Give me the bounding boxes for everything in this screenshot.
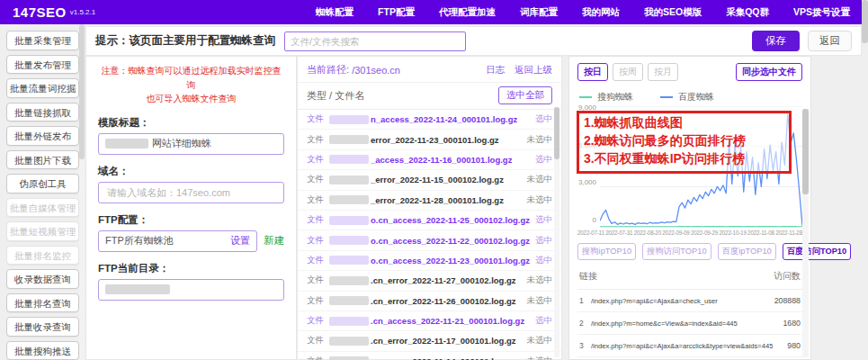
file-row[interactable]: 文件 .cn_error_2022-11-27_000102.log.gz 未选… — [298, 271, 561, 291]
links-table-header: 链接 访问数 — [577, 263, 802, 290]
file-select-toggle[interactable]: 选中 — [530, 154, 552, 166]
file-select-toggle[interactable]: 选中 — [530, 235, 552, 247]
file-select-toggle[interactable]: 未选中 — [522, 134, 553, 146]
file-row[interactable]: 文件 .cn_error_2022-11-26_000102.log.gz 未选… — [298, 292, 561, 311]
sidebar-scrollbar[interactable] — [79, 24, 85, 360]
sidebar-item[interactable]: 批量流量词挖掘 — [6, 78, 79, 98]
top-nav-item[interactable]: 我的网站 — [582, 6, 620, 19]
file-select-toggle[interactable]: 选中 — [530, 255, 552, 266]
page-scrollbar-thumb[interactable] — [862, 0, 868, 43]
top10-tab[interactable]: 搜狗ipTOP10 — [577, 243, 636, 260]
file-list-scrollbar[interactable] — [554, 107, 559, 357]
top-nav-item[interactable]: 词库配置 — [520, 6, 558, 19]
legend-dash-icon — [579, 96, 592, 98]
links-table-row[interactable]: 3 /index.php?m=api&c=Ajax&a=arcclick&typ… — [577, 335, 802, 357]
file-list-scrollbar-thumb[interactable] — [554, 107, 559, 159]
sidebar-item[interactable]: 批量采集管理 — [6, 31, 79, 50]
links-table-row[interactable]: 2 /index.php?m=home&c=View&a=index&aid=4… — [577, 312, 802, 335]
file-row[interactable]: 文件 .cn_error_2022-11-14_000101.log.gz 未选… — [298, 352, 561, 360]
top-nav-item[interactable]: 我的SEO模版 — [644, 6, 702, 19]
y-tick-label: 0 — [577, 216, 596, 224]
legend-item[interactable]: 搜狗蜘蛛 — [579, 91, 633, 104]
back-button[interactable]: 返回 — [808, 31, 852, 51]
redacted-domain — [329, 236, 369, 245]
file-row[interactable]: 文件 _error_2022-11-15_000102.log.gz 未选中 — [298, 170, 561, 190]
domain-field[interactable] — [98, 182, 284, 203]
x-tick-label: 2022-11-28 — [775, 230, 802, 236]
sidebar-item[interactable]: 批量排名查询 — [6, 293, 79, 313]
file-select-toggle[interactable]: 选中 — [530, 315, 552, 327]
link-rank: 1 — [579, 296, 591, 305]
file-name: _access_2022-11-16_000101.log.gz — [371, 155, 512, 165]
sidebar-item[interactable]: 批量外链发布 — [6, 126, 79, 146]
top-nav-item[interactable]: 蜘蛛配置 — [316, 6, 353, 19]
ftp-config-field[interactable]: FTP所有蜘蛛池 设置 — [98, 230, 257, 252]
sidebar-item[interactable]: 批量自媒体管理 — [6, 198, 79, 218]
legend-item[interactable]: 百度蜘蛛 — [660, 91, 714, 104]
file-row[interactable]: 文件 _access_2022-11-16_000101.log.gz 选中 — [298, 150, 561, 170]
file-type-label: 文件 — [307, 356, 324, 360]
top10-tab[interactable]: 百度访问TOP10 — [783, 243, 851, 260]
analytics-scrollbar-thumb[interactable] — [802, 109, 809, 194]
link-visit-count: 208888 — [769, 296, 801, 305]
analytics-scrollbar[interactable] — [802, 109, 809, 357]
redacted-domain — [329, 135, 369, 144]
file-row[interactable]: 文件 .cn_access_2022-11-21_000101.log.gz 选… — [298, 311, 561, 331]
file-row[interactable]: 文件 o.cn_access_2022-11-22_000102.log.gz … — [298, 230, 561, 250]
ftp-dir-field[interactable] — [98, 279, 284, 301]
file-select-toggle[interactable]: 未选中 — [522, 295, 553, 307]
top-nav: 蜘蛛配置FTP配置代理配置加速词库配置我的网站我的SEO模版采集QQ群VPS拨号… — [316, 6, 850, 19]
sidebar-item[interactable]: 批量链接抓取 — [6, 103, 79, 122]
redacted-domain — [329, 155, 369, 164]
log-link[interactable]: 日志 — [486, 64, 505, 76]
sidebar-item[interactable]: 批量短视频管理 — [6, 221, 79, 241]
sidebar-item[interactable]: 批量排名监控 — [6, 246, 79, 266]
top-nav-item[interactable]: VPS拨号设置 — [793, 6, 850, 19]
up-level-link[interactable]: 返回上级 — [515, 64, 552, 76]
save-button[interactable]: 保存 — [752, 31, 800, 51]
domain-input[interactable] — [105, 186, 277, 199]
period-tab[interactable]: 按周 — [613, 63, 643, 81]
period-tab[interactable]: 按月 — [648, 63, 678, 81]
top-nav-item[interactable]: 代理配置加速 — [439, 6, 496, 19]
sidebar-scrollbar-thumb[interactable] — [79, 24, 85, 159]
file-row[interactable]: 文件 .cn_error_2022-11-17_000101.log.gz 未选… — [298, 331, 561, 351]
domain-label: 域名： — [98, 165, 284, 178]
sidebar-item[interactable]: 批量收录查询 — [6, 317, 79, 337]
file-select-toggle[interactable]: 未选中 — [522, 194, 553, 206]
link-url: /index.php?m=api&c=Ajax&a=check_user — [591, 297, 718, 305]
file-select-toggle[interactable]: 未选中 — [522, 335, 553, 346]
file-row[interactable]: 文件 o.cn_access_2022-11-23_000101.log.gz … — [298, 251, 561, 271]
sidebar-item[interactable]: 收录数据查询 — [6, 269, 79, 289]
links-table-row[interactable]: 1 /index.php?m=api&c=Ajax&a=check_user 2… — [577, 290, 802, 312]
top-nav-item[interactable]: FTP配置 — [378, 6, 415, 19]
ftp-new-link[interactable]: 新建 — [264, 234, 284, 248]
file-select-toggle[interactable]: 未选中 — [522, 174, 553, 185]
sidebar-item[interactable]: 批量图片下载 — [6, 150, 79, 170]
file-name: .cn_error_2022-11-26_000102.log.gz — [371, 296, 516, 306]
file-search-input[interactable] — [284, 32, 466, 51]
page-scrollbar[interactable] — [862, 0, 868, 360]
file-select-toggle[interactable]: 选中 — [530, 113, 552, 125]
sync-selected-files-button[interactable]: 同步选中文件 — [736, 63, 802, 81]
sidebar-item[interactable]: 伪原创工具 — [6, 174, 79, 194]
analytics-panel: 按日按周按月 同步选中文件 搜狗蜘蛛 百度蜘蛛 9,0006,0003,0000 — [568, 56, 811, 360]
select-all-button[interactable]: 选中全部 — [498, 86, 552, 104]
file-rows: 文件 n_access_2022-11-24_000101.log.gz 选中 … — [298, 110, 561, 360]
file-row[interactable]: 文件 error_2022-11-23_000101.log.gz 未选中 — [298, 130, 561, 149]
period-tab[interactable]: 按日 — [577, 63, 608, 81]
template-title-field[interactable]: 网站详细蜘蛛 — [98, 133, 284, 155]
file-row[interactable]: 文件 n_access_2022-11-24_000101.log.gz 选中 — [298, 110, 561, 130]
sidebar-item[interactable]: 批量搜狗推送 — [6, 341, 79, 360]
legend-dash-icon — [660, 96, 673, 98]
file-row[interactable]: 文件 _error_2022-11-28_000101.log.gz 未选中 — [298, 191, 561, 211]
ftp-set-link[interactable]: 设置 — [230, 234, 250, 248]
sidebar-item[interactable]: 批量发布管理 — [6, 55, 79, 75]
file-row[interactable]: 文件 o.cn_access_2022-11-25_000102.log.gz … — [298, 211, 561, 230]
file-select-toggle[interactable]: 未选中 — [522, 274, 553, 286]
file-select-toggle[interactable]: 未选中 — [522, 356, 553, 360]
top-nav-item[interactable]: 采集QQ群 — [726, 6, 769, 19]
top10-tab[interactable]: 搜狗访问TOP10 — [642, 243, 711, 260]
top10-tab[interactable]: 百度ipTOP10 — [718, 243, 776, 260]
file-select-toggle[interactable]: 选中 — [530, 214, 552, 226]
